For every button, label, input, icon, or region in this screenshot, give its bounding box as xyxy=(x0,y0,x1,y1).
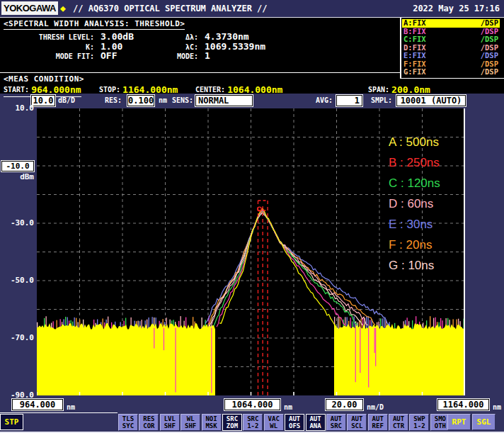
vertical-divider xyxy=(400,18,401,78)
resolution-box[interactable]: 0.100 xyxy=(127,95,154,106)
trace-id-mode: A:FIX xyxy=(403,19,426,28)
xaxis-start-box[interactable]: 964.000 xyxy=(12,399,63,410)
sampling-label: SMPL: xyxy=(371,96,392,104)
mode-value: 1 xyxy=(205,50,210,61)
header-panel: <SPECTRAL WIDTH ANALYSIS: THRESHOLD> THR… xyxy=(0,18,504,94)
average-box[interactable]: 1 xyxy=(336,95,362,106)
horizontal-divider-left xyxy=(0,72,401,73)
yaxis-label-m70: -70.0 xyxy=(0,333,34,342)
legend-entry-E: E : 30ns xyxy=(389,214,463,235)
xaxis-stop: 1164.000nm xyxy=(437,399,501,412)
resolution-unit: nm xyxy=(159,96,167,104)
analysis-left-column: THRESH LEVEL:3.00dB K:1.00 MODE FIT:OFF xyxy=(0,31,134,60)
yaxis-unit: dBm xyxy=(0,172,34,181)
analysis-header: <SPECTRAL WIDTH ANALYSIS: THRESHOLD> xyxy=(4,19,185,30)
settings-row: 10.0 dB/D RES: 0.100 nm SENS: NORMAL AVG… xyxy=(0,94,504,108)
trace-id-mode: E:FIX xyxy=(403,52,426,60)
ref-level-box[interactable]: -10.0 xyxy=(1,161,34,171)
softkey-vac-wl[interactable]: VACWL xyxy=(264,414,284,431)
trace-status-A[interactable]: A:FIX/DSP xyxy=(402,19,500,28)
softkey-aut-ofs[interactable]: AUTOFS xyxy=(285,414,304,431)
average-label: AVG: xyxy=(316,96,333,104)
thresh-level-label: THRESH LEVEL: xyxy=(0,33,94,41)
lambda-c-value: 1069.5339nm xyxy=(205,41,265,52)
app-title: // AQ6370 OPTICAL SPECTRUM ANALYZER // xyxy=(73,4,268,13)
pulse-width-legend: A : 500nsB : 250nsC : 120nsD : 60nsE : 3… xyxy=(389,132,463,276)
level-scale-box[interactable]: 10.0 xyxy=(31,95,55,106)
softkey-lvl-shf[interactable]: LVLSHF xyxy=(160,414,180,431)
datetime-display: 2022 May 25 17:16 xyxy=(413,4,500,13)
delta-lambda-label: Δλ: xyxy=(161,33,198,41)
legend-entry-D: D : 60ns xyxy=(389,193,463,214)
softkey-noi-msk[interactable]: NOIMSK xyxy=(202,414,222,431)
yaxis-label-m30: -30.0 xyxy=(0,218,34,227)
trace-status-E[interactable]: E:FIX/DSP xyxy=(402,52,500,60)
brand-diamond-icon: ◆ xyxy=(60,3,66,13)
xaxis-row: 964.000nm 1064.000nm 20.00nm/D 1164.000n… xyxy=(0,399,504,412)
soft-key-row: TLSSYCRESCORLVLSHFWLSHFNOIMSKSRCZOMSRC1-… xyxy=(0,414,504,432)
sensitivity-label: SENS: xyxy=(172,96,193,104)
legend-entry-A: A : 500ns xyxy=(389,132,463,152)
sweep-button-stp[interactable]: STP xyxy=(0,414,23,430)
yaxis-label-10: 10.0 xyxy=(0,103,34,113)
softkey-divider xyxy=(0,412,118,413)
trace-status-G[interactable]: G:FIX/DSP xyxy=(402,68,500,77)
resolution-label: RES: xyxy=(105,96,122,104)
yokogawa-logo: YOKOGAWA xyxy=(1,1,58,15)
legend-entry-G: G : 10ns xyxy=(389,255,463,276)
sweep-button-sgl[interactable]: SGL xyxy=(472,414,496,430)
lambda-c-label: λC: xyxy=(161,43,198,51)
trace-status-list: A:FIX/DSPB:FIX/DSPC:FIX/DSPD:FIX/DSPE:FI… xyxy=(402,19,500,77)
softkey-tls-syc[interactable]: TLSSYC xyxy=(118,414,138,431)
indicator-keys: TLSSYCRESCORLVLSHFWLSHFNOIMSKSRCZOMSRC1-… xyxy=(118,414,450,431)
yaxis-label-m50: -50.0 xyxy=(0,276,34,285)
softkey-swp-1-2[interactable]: SWP1-2 xyxy=(409,414,429,431)
softkey-aut-ref[interactable]: AUTREF xyxy=(368,414,388,431)
legend-entry-B: B : 250ns xyxy=(389,152,463,173)
xaxis-scale: 20.00nm/D xyxy=(326,399,384,412)
trace-disp-state: /DSP xyxy=(481,52,498,60)
softkey-aut-ctr[interactable]: AUTCTR xyxy=(389,414,408,431)
xaxis-stop-box[interactable]: 1164.000 xyxy=(437,399,489,410)
mode-fit-value: OFF xyxy=(101,50,117,61)
softkey-src-zom[interactable]: SRCZOM xyxy=(222,414,242,431)
xaxis-start: 964.000nm xyxy=(12,399,75,412)
horizontal-divider-right xyxy=(400,78,504,79)
osa-screen: YOKOGAWA ◆ // AQ6370 OPTICAL SPECTRUM AN… xyxy=(0,0,504,433)
sampling-box[interactable]: 10001 (AUTO) xyxy=(396,95,466,106)
legend-entry-F: F : 20ns xyxy=(389,235,463,255)
xaxis-center: 1064.000nm xyxy=(224,399,292,412)
sensitivity-box[interactable]: NORMAL xyxy=(195,95,253,106)
trace-id-mode: G:FIX xyxy=(403,68,426,77)
mode-fit-label: MODE FIT: xyxy=(0,52,94,60)
xaxis-scale-box[interactable]: 20.00 xyxy=(326,399,363,410)
sweep-button-rpt[interactable]: RPT xyxy=(447,414,471,430)
mode-label: MODE: xyxy=(161,52,198,60)
softkey-aut-src[interactable]: AUTSRC xyxy=(326,414,346,431)
softkey-aut-ana[interactable]: AUTANA xyxy=(306,414,326,431)
trace-disp-state: /DSP xyxy=(481,19,498,28)
trace-id-mode: C:FIX xyxy=(403,35,426,44)
xaxis-center-box[interactable]: 1064.000 xyxy=(224,399,280,410)
legend-entry-C: C : 120ns xyxy=(389,173,463,193)
softkey-aut-scl[interactable]: AUTSCL xyxy=(347,414,367,431)
softkey-wl-shf[interactable]: WLSHF xyxy=(181,414,200,431)
softkey-res-cor[interactable]: RESCOR xyxy=(139,414,159,431)
title-bar: YOKOGAWA ◆ // AQ6370 OPTICAL SPECTRUM AN… xyxy=(0,0,504,18)
trace-disp-state: /DSP xyxy=(481,35,498,44)
analysis-right-column: Δλ:4.3730nm λC:1069.5339nm MODE:1 xyxy=(161,31,265,60)
trace-status-C[interactable]: C:FIX/DSP xyxy=(402,35,500,44)
level-scale-unit: dB/D xyxy=(58,96,75,104)
softkey-src-1-2[interactable]: SRC1-2 xyxy=(243,414,263,431)
trace-disp-state: /DSP xyxy=(481,68,498,77)
k-label: K: xyxy=(0,43,94,51)
